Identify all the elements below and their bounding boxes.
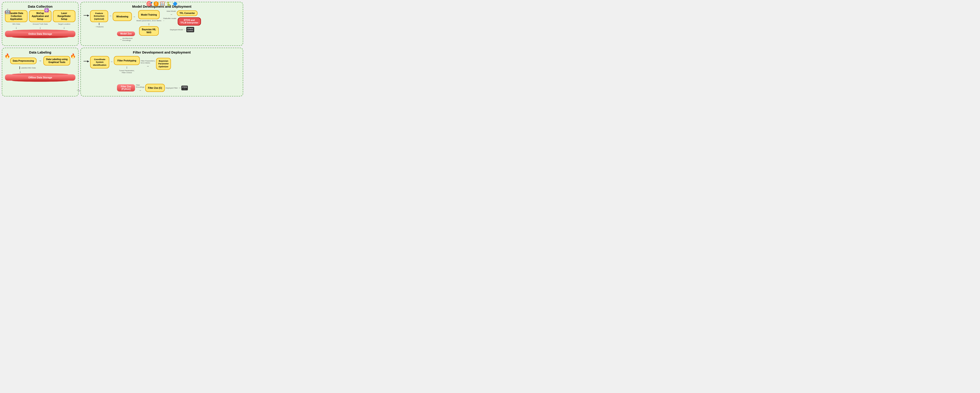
ideal-label-col: Ideal Model → [167, 10, 176, 16]
bayesian-nas-box: Bayesian HILNAS [139, 26, 159, 36]
mt-bayesian-col: Model Training Model parameters, Error M… [137, 10, 161, 36]
filter-params-col: Filter Parameters,Error Metric ↔ Bayesia… [141, 58, 171, 70]
arrow-down-3: ↓ [64, 26, 65, 29]
tuned-params-label: Tuned Parameters,Filter Choice [119, 70, 135, 74]
filter-proto-box: Filter Prototyping [114, 56, 140, 65]
feature-extraction-col: FeatureExtraction(optional) ←Features [90, 10, 108, 28]
python-logo: 🐍 [166, 2, 171, 6]
laser-box: LaserRangefinderSetup [53, 10, 75, 22]
filter-zoo-row: Filter Zoo(Python) FilterEncodings → Fil… [117, 84, 188, 92]
filter-dev-content: ▶ CoordinateSystemIdentification → Filte… [84, 56, 240, 74]
tfl-converter-box: TFL Converter [177, 10, 197, 16]
arch-encodings-label: ArchitecturalEncodings [123, 37, 132, 41]
stm32-chip-1: STM32Cortex [186, 27, 194, 32]
labelled-imu-connector: Labelled IMU Data ↓ [10, 67, 75, 73]
filter-proto-col: Filter Prototyping ↕ Tuned Parameters,Fi… [114, 56, 140, 74]
stm32-chip-2: STM32⬛ [181, 86, 188, 90]
data-collection-title: Data Collection [5, 5, 75, 8]
microsoft-logo: 🪟 [160, 2, 165, 6]
features-arrow-row [99, 23, 99, 25]
dc-arrows-row: IMU Data ↓ Ground Truth Data ↓ Target Lo… [5, 23, 75, 29]
deployed-filter-row: Deployed Filter → STM32⬛ [166, 86, 188, 90]
model-dev-content: ▶ FeatureExtraction(optional) ←Features … [84, 10, 240, 36]
filter-incoming-arrow: ▶ [84, 60, 89, 63]
bayesian-opt-box: BayesianParameterOptimizer [156, 58, 171, 70]
data-collection-panel: Data Collection 🤖 Earable DataCollection… [2, 2, 79, 46]
arrow-down-1: ↓ [16, 26, 17, 29]
sklearn-logo: l [154, 2, 159, 6]
tensorflow-logo: 🔷 [172, 2, 178, 6]
target-loc-label: Target Location [58, 23, 70, 25]
filter-dev-title: Filter Development and Deployment [84, 50, 240, 54]
filter-zoo-python-box: Filter Zoo(Python) [117, 84, 135, 91]
top-logos-row: 🎯 l 🪟 🐍 🔷 [146, 1, 178, 7]
filter-encodings-col: FilterEncodings → [136, 84, 144, 92]
molecule-icon: ⚛️ [44, 8, 49, 13]
coord-sys-box: CoordinateSystemIdentification [90, 56, 109, 68]
incoming-arrow: ▶ [84, 14, 89, 17]
dc-boxes-row: Earable DataCollectionApplication MoCapA… [5, 10, 75, 22]
arrow-down-2: ↓ [40, 26, 41, 29]
model-zoo-box: Model Zoo [117, 32, 135, 36]
imu-label: IMU Data [13, 23, 20, 25]
data-labeling-tools-box: Data Labeling usingGraphical Tools [43, 56, 70, 65]
filter-params-row: Filter Parameters,Error Metric ↔ Bayesia… [141, 58, 171, 70]
target-loc-arrow: Target Location ↓ [53, 23, 75, 29]
ideal-model-row: Ideal Model → TFL Converter [167, 10, 198, 16]
labelled-imu-label: Labelled IMU Data [21, 67, 36, 69]
fe-to-w-arrow: → [109, 14, 112, 18]
model-params-label: Model parameters, Error Metric [137, 20, 161, 22]
main-container: Data Collection 🤖 Earable DataCollection… [0, 0, 245, 98]
matlab-logo: 🎯 [146, 1, 152, 7]
cs-to-fp-arrow: → [110, 60, 113, 63]
offline-storage: Offline Data Storage [5, 74, 75, 81]
deployment-col: Ideal Model → TFL Converter Flatbuffer m… [163, 10, 201, 32]
dp-to-dl-arrow: → [38, 59, 41, 62]
flatbuffer-label: Flatbuffer model↓ [163, 18, 177, 21]
online-storage: Online Data Storage [5, 31, 75, 37]
w-to-mt-arrow: → [133, 15, 135, 18]
data-preprocessing-box: Data Preprocessing [10, 57, 37, 64]
matlab-icon-right: 🔥 [70, 53, 76, 59]
features-label: ←Features [95, 26, 103, 28]
data-labeling-title: Data Labeling [5, 50, 75, 54]
filter-encodings-label: FilterEncodings [136, 84, 144, 88]
ground-truth-label: Ground Truth Data [33, 23, 48, 25]
right-panels: 🎯 l 🪟 🐍 🔷 Model Development and Deployme… [80, 2, 243, 97]
filter-dev-panel: Filter Development and Deployment ▶ Coor… [80, 48, 243, 97]
filter-params-label: Filter Parameters,Error Metric [141, 60, 155, 64]
right-connector: ─┐ [77, 89, 80, 91]
deployed-model-row: Deployed Model → STM32Cortex [170, 27, 194, 32]
windowing-col: Windowing [113, 10, 132, 21]
imu-arrow: IMU Data ↓ [5, 23, 27, 29]
model-zoo-col: Model Zoo → ArchitecturalEncodings [117, 32, 135, 41]
deployed-model-label: Deployed Model → [170, 29, 185, 31]
feature-extraction-box: FeatureExtraction(optional) [90, 10, 108, 22]
coord-sys-col: CoordinateSystemIdentification [90, 56, 109, 68]
model-training-box: Model Training [138, 10, 160, 19]
flatbuffer-row: Flatbuffer model↓ RTOS andTFLM Interpret… [163, 18, 201, 25]
model-dev-panel: Model Development and Deployment ▶ Featu… [80, 2, 243, 46]
windowing-box: Windowing [113, 12, 132, 21]
dl-boxes-row: Data Preprocessing → Data Labeling using… [5, 56, 75, 65]
rtos-box: RTOS andTFLM Interpreter [178, 18, 201, 25]
fp-label: Filter Parameters,Error Metric ↔ [141, 60, 155, 68]
deployed-filter-label: Deployed Filter [166, 87, 178, 89]
matlab-icon-left: 🔥 [5, 53, 10, 59]
android-icon: 🤖 [5, 9, 11, 14]
ground-truth-arrow: Ground Truth Data ↓ [29, 23, 51, 29]
filter-zoo-c-box: Filter Zoo (C) [145, 84, 165, 92]
left-side: Data Collection 🤖 Earable DataCollection… [2, 2, 79, 97]
data-labeling-panel: Data Labeling 🔥 🔥 Data Preprocessing → D… [2, 48, 79, 97]
ideal-model-label: Ideal Model [167, 10, 176, 12]
